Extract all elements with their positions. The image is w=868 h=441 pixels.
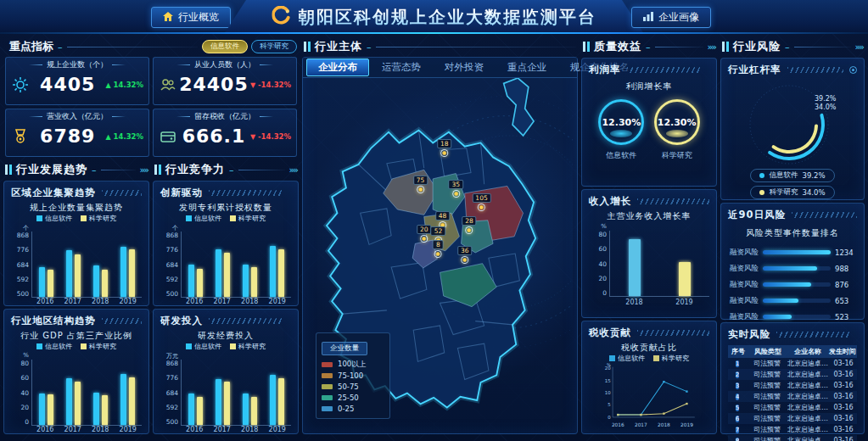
table-header: 序号风险类型企业名称发生时间 bbox=[728, 345, 857, 358]
section-title: 行业发展趋势 bbox=[16, 162, 87, 177]
home-icon bbox=[163, 12, 173, 24]
legend-item: 科学研究34.0% bbox=[750, 186, 834, 199]
legend-item: 25-50 bbox=[322, 392, 384, 403]
profit-gauges: 12.30% 信息软件 12.30% 科学研究 bbox=[589, 99, 709, 161]
expand-arrows-icon[interactable]: »» bbox=[708, 42, 715, 53]
map-marker[interactable]: 8 bbox=[433, 240, 444, 258]
hbar-row: 融资风险653 bbox=[728, 293, 857, 309]
tab-operation-status[interactable]: 运营态势 bbox=[371, 59, 432, 75]
bar bbox=[270, 375, 276, 425]
industry-trend-column: 行业发展趋势 – »» 区域企业集聚趋势 规上企业数量集聚趋势信息软件科学研究个… bbox=[3, 161, 149, 434]
bar bbox=[66, 378, 72, 425]
panel-regional-structure: 行业地区结构趋势 行业 GDP 占第三产业比例信息软件科学研究%80604020… bbox=[3, 309, 149, 434]
map-marker[interactable]: 20 bbox=[417, 225, 432, 243]
leverage-svg: 39.2%34.0% bbox=[745, 79, 840, 167]
map-marker[interactable]: 28 bbox=[462, 216, 477, 234]
hatch-decoration bbox=[637, 330, 709, 336]
map-legend-title: 企业数量 bbox=[322, 342, 367, 355]
legend-item: 75-100 bbox=[322, 370, 384, 381]
bar bbox=[129, 377, 135, 425]
tab-outbound-investment[interactable]: 对外投资 bbox=[434, 59, 495, 75]
legend-swatch bbox=[322, 384, 333, 389]
quality-header: 质量效益 – »» bbox=[581, 38, 717, 55]
panel-recent-risk: 近90日风险 风险类型事件数量排名融资风险1234融资风险988融资风险876融… bbox=[720, 203, 865, 320]
bar bbox=[188, 265, 194, 297]
table-row: 4司法预警北京启迪卓越科技有限公司03-16 bbox=[728, 391, 857, 402]
svg-text:15: 15 bbox=[605, 378, 611, 383]
bar bbox=[39, 394, 45, 425]
gear-icon bbox=[11, 77, 30, 92]
hatch-decoration bbox=[102, 190, 142, 196]
subsection-title: 近90日风险 bbox=[728, 209, 786, 221]
chart-tax-share: 税收贡献占比信息软件科学研究05101520%2016201720182019 bbox=[589, 340, 709, 429]
expand-arrows-icon[interactable]: »» bbox=[140, 165, 148, 176]
panel-leverage: 行业杠杆率 39.2%34.0% 信息软件39.2% 科学研究34.0% bbox=[720, 58, 865, 200]
bar-group bbox=[243, 360, 257, 425]
bar bbox=[197, 269, 203, 297]
toggle-science-research[interactable]: 科学研究 bbox=[251, 40, 297, 53]
tab-enterprise-distribution[interactable]: 企业分布 bbox=[306, 59, 369, 76]
svg-text:2016: 2016 bbox=[612, 422, 624, 427]
chart-title: 税收贡献占比 bbox=[589, 342, 709, 354]
section-marker-icon bbox=[722, 42, 725, 52]
subsection-title: 收入增长 bbox=[589, 195, 631, 208]
bar-group bbox=[216, 360, 230, 425]
hbar-row: 融资风险988 bbox=[728, 260, 857, 276]
bar-group bbox=[188, 232, 203, 297]
hatch-decoration bbox=[792, 212, 857, 218]
legend-item: 0-25 bbox=[322, 403, 384, 414]
legend-item: 信息软件39.2% bbox=[750, 169, 834, 182]
info-icon[interactable] bbox=[849, 66, 857, 74]
hatch-decoration bbox=[209, 190, 282, 196]
bar-chart-icon bbox=[643, 12, 653, 24]
row-number-badge: 4 bbox=[736, 394, 739, 400]
industry-trend-header: 行业发展趋势 – »» bbox=[3, 161, 149, 178]
bar bbox=[66, 250, 72, 297]
stat-card-tax: 留存税收（亿元） 666.1 ▼ -14.32% bbox=[153, 109, 297, 157]
marker-count: 75 bbox=[413, 176, 428, 185]
expand-arrows-icon[interactable]: »» bbox=[855, 42, 863, 53]
leverage-donut: 39.2%34.0% bbox=[728, 79, 857, 167]
nav-enterprise-profile[interactable]: 企业画像 bbox=[631, 7, 711, 28]
ring-gauge: 12.30% bbox=[598, 99, 644, 145]
section-marker-icon bbox=[304, 42, 306, 52]
chart-title: 发明专利累计授权数量 bbox=[160, 202, 291, 214]
bar bbox=[75, 382, 81, 425]
risk-header: 行业风险 – »» bbox=[720, 38, 865, 55]
bar bbox=[243, 394, 249, 425]
row-number-badge: 1 bbox=[736, 360, 739, 367]
wallet-icon bbox=[159, 129, 177, 144]
subsection-title: 行业地区结构趋势 bbox=[11, 315, 96, 327]
gauge-info-software: 12.30% 信息软件 bbox=[598, 99, 644, 161]
legend-item: 50-75 bbox=[322, 381, 384, 392]
chart-legend: 信息软件科学研究 bbox=[160, 342, 291, 351]
expand-arrows-icon[interactable]: »» bbox=[289, 165, 297, 176]
industry-main-header: 行业主体 – bbox=[302, 38, 578, 55]
chart-patents: 发明专利累计授权数量信息软件科学研究个868776684592500201620… bbox=[160, 200, 291, 301]
bar bbox=[120, 247, 126, 297]
bar bbox=[270, 246, 276, 297]
chart-legend: 信息软件科学研究 bbox=[11, 342, 142, 351]
location-pin-icon bbox=[434, 250, 442, 258]
bar bbox=[224, 382, 230, 425]
location-pin-icon bbox=[420, 235, 428, 243]
map-marker[interactable]: 35 bbox=[448, 180, 463, 198]
hatch-decoration bbox=[209, 318, 282, 324]
map-marker[interactable]: 18 bbox=[437, 139, 452, 157]
bar bbox=[93, 393, 99, 425]
tab-key-enterprises[interactable]: 重点企业 bbox=[496, 59, 557, 75]
location-pin-icon bbox=[465, 226, 473, 234]
key-indicator-cards: 规上企业数（个） 4405 ▲ 14.32% 从业人员数（人） 24405 ▼ … bbox=[3, 55, 299, 159]
subsection-title: 行业杠杆率 bbox=[728, 64, 781, 76]
location-pin-icon bbox=[440, 149, 448, 157]
toggle-info-software[interactable]: 信息软件 bbox=[202, 40, 248, 53]
map-marker[interactable]: 36 bbox=[457, 246, 473, 264]
bar bbox=[278, 249, 284, 297]
map-marker[interactable]: 105 bbox=[472, 193, 490, 211]
panel-rnd: 研发投入 研发经费投入信息软件科学研究万元8687766845925002016… bbox=[153, 309, 299, 434]
chart-legend: 信息软件科学研究 bbox=[11, 214, 142, 223]
nav-industry-overview[interactable]: 行业概览 bbox=[151, 7, 231, 28]
map-marker[interactable]: 75 bbox=[413, 176, 428, 193]
section-title: 质量效益 bbox=[594, 39, 641, 54]
legend-swatch bbox=[322, 362, 333, 367]
